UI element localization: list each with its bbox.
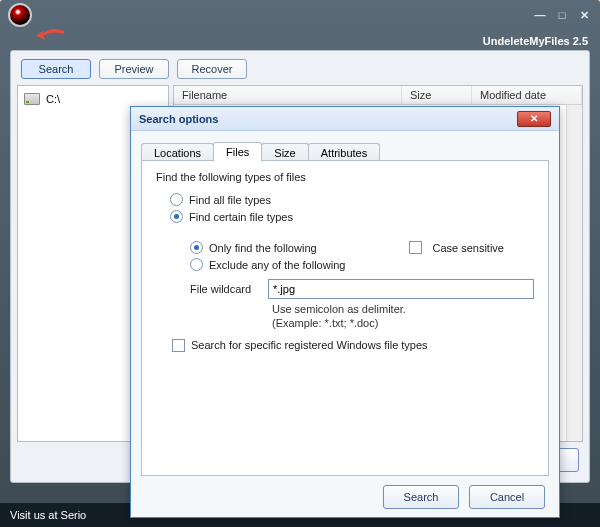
row-wildcard: File wildcard <box>190 279 534 299</box>
recover-button[interactable]: Recover <box>177 59 247 79</box>
dialog-close-button[interactable]: ✕ <box>517 111 551 127</box>
app-logo-icon <box>8 3 32 27</box>
dialog-body: Locations Files Size Attributes Find the… <box>131 131 559 477</box>
tab-pane-files: Find the following types of files Find a… <box>141 160 549 476</box>
minimize-button[interactable]: — <box>532 7 548 23</box>
brand-label: UndeleteMyFiles 2.5 <box>483 35 588 47</box>
row-find-all[interactable]: Find all file types <box>170 193 534 206</box>
list-header: Filename Size Modified date <box>174 86 582 105</box>
search-options-dialog: Search options ✕ Locations Files Size At… <box>130 106 560 518</box>
dialog-title: Search options <box>139 113 218 125</box>
footer-text: Visit us at Serio <box>10 509 86 521</box>
preview-button[interactable]: Preview <box>99 59 169 79</box>
window-controls: — □ ✕ <box>532 7 592 23</box>
label-exclude: Exclude any of the following <box>209 259 345 271</box>
tab-files[interactable]: Files <box>213 142 262 162</box>
col-filename[interactable]: Filename <box>174 86 402 104</box>
vertical-scrollbar[interactable] <box>566 105 582 441</box>
drive-label: C:\ <box>46 93 60 105</box>
checkbox-registered-types[interactable] <box>172 339 185 352</box>
dialog-titlebar[interactable]: Search options ✕ <box>131 107 559 131</box>
radio-only-find[interactable] <box>190 241 203 254</box>
label-only-find: Only find the following <box>209 242 317 254</box>
label-wildcard: File wildcard <box>190 283 268 295</box>
close-button[interactable]: ✕ <box>576 7 592 23</box>
row-only-find[interactable]: Only find the following Case sensitive <box>190 241 534 254</box>
wildcard-input[interactable] <box>268 279 534 299</box>
maximize-button[interactable]: □ <box>554 7 570 23</box>
label-find-all: Find all file types <box>189 194 271 206</box>
col-modified[interactable]: Modified date <box>472 86 582 104</box>
label-registered-types: Search for specific registered Windows f… <box>191 339 428 351</box>
label-case-sensitive: Case sensitive <box>432 242 504 254</box>
row-registered-types[interactable]: Search for specific registered Windows f… <box>172 339 534 352</box>
dialog-footer: Search Cancel <box>131 477 559 517</box>
dialog-cancel-button[interactable]: Cancel <box>469 485 545 509</box>
search-button[interactable]: Search <box>21 59 91 79</box>
titlebar: — □ ✕ <box>0 0 600 30</box>
brand-bar: UndeleteMyFiles 2.5 <box>0 30 600 52</box>
back-arrow-icon <box>36 28 66 44</box>
checkbox-case-sensitive[interactable] <box>409 241 422 254</box>
dialog-search-button[interactable]: Search <box>383 485 459 509</box>
wildcard-hint-1: Use semicolon as delimiter. <box>272 303 534 317</box>
radio-exclude[interactable] <box>190 258 203 271</box>
toolbar: Search Preview Recover <box>17 57 583 85</box>
tab-strip: Locations Files Size Attributes <box>141 139 549 161</box>
radio-find-certain[interactable] <box>170 210 183 223</box>
drive-icon <box>24 93 40 105</box>
label-find-certain: Find certain file types <box>189 211 293 223</box>
row-exclude[interactable]: Exclude any of the following <box>190 258 534 271</box>
radio-find-all[interactable] <box>170 193 183 206</box>
row-find-certain[interactable]: Find certain file types <box>170 210 534 223</box>
col-size[interactable]: Size <box>402 86 472 104</box>
wildcard-hint-2: (Example: *.txt; *.doc) <box>272 317 534 331</box>
pane-description: Find the following types of files <box>156 171 534 183</box>
